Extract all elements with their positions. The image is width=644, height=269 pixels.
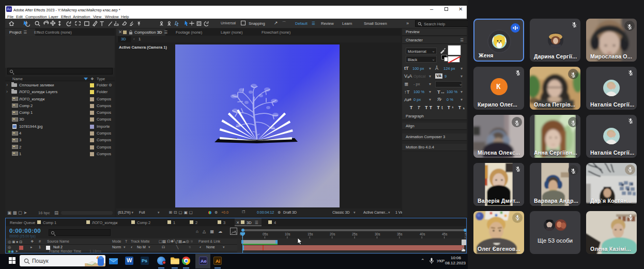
svg-text:Universal: Universal (221, 21, 236, 25)
